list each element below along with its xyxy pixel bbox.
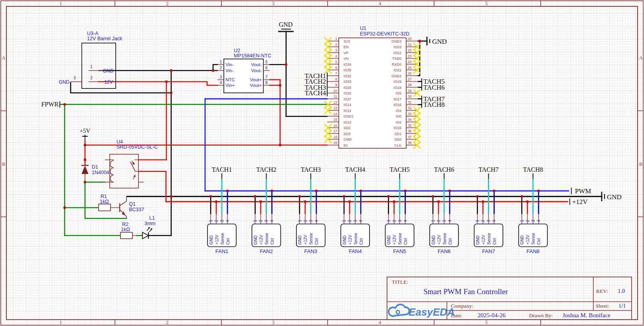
- junction-dot: [215, 200, 217, 203]
- fan-connector[interactable]: 1GND2+12V3Sense4CtrlTACH5FAN5: [385, 166, 414, 254]
- fan-pin-name: Ctrl: [403, 238, 408, 245]
- net-flag-fpwr[interactable]: FPWR: [41, 101, 60, 108]
- u1-pin-name: 5V: [344, 143, 348, 147]
- component-r2[interactable]: R2 1kΩ: [121, 222, 136, 239]
- fan-pin-name: Ctrl: [270, 238, 275, 245]
- fan-pin-number: 4: [403, 220, 408, 222]
- wire-relay-no[interactable]: [138, 171, 166, 202]
- fan-pin-number: 1: [209, 220, 213, 222]
- u2-pin-number: 3: [219, 75, 222, 79]
- fan-tach-label[interactable]: TACH3: [301, 166, 321, 173]
- fan-pin-name: Sense: [397, 233, 402, 245]
- wire-12v-to-u2[interactable]: [99, 82, 217, 85]
- fan-connector[interactable]: 1GND2+12V3Sense4CtrlTACH7FAN7: [474, 166, 503, 254]
- junction-dot: [271, 190, 273, 192]
- component-u2-buck[interactable]: U2 MP1584EN-NTC 1Vin-2Vin-3NTC4Vin+5Vout…: [217, 48, 271, 93]
- fan-connector[interactable]: 1GND2+12V3Sense4CtrlTACH8FAN8: [519, 166, 547, 254]
- fan-pin-name: GND: [342, 235, 347, 245]
- u1-pin-number: 25: [408, 66, 412, 70]
- fan-pin-number: 4: [359, 220, 363, 222]
- u4-body[interactable]: [110, 154, 138, 188]
- easyeda-logo-text: EasyEDA: [409, 306, 455, 318]
- component-d1-diode[interactable]: D1 1N4004: [81, 164, 109, 182]
- fan-tach-label[interactable]: TACH5: [389, 166, 409, 173]
- tach-net-label[interactable]: TACH6: [423, 84, 444, 91]
- u1-pin-name: IO15: [393, 126, 401, 130]
- fan-tach-label[interactable]: TACH8: [523, 166, 543, 173]
- net-flag-pwm[interactable]: PWM: [571, 187, 591, 195]
- fan-connector[interactable]: 1GND2+12V3Sense4CtrlTACH6FAN6: [430, 166, 458, 254]
- tach-net-label[interactable]: TACH8: [423, 101, 444, 108]
- ground-flag-top[interactable]: GND: [278, 21, 294, 31]
- frame-row-label: B: [2, 161, 5, 167]
- frame-row-label: A: [639, 55, 643, 61]
- u1-pin-number: 36: [408, 129, 412, 133]
- junction-dot: [526, 200, 529, 203]
- junction-dot: [437, 200, 440, 203]
- junction-dot: [209, 195, 212, 198]
- component-r1[interactable]: R1 1kΩ: [99, 194, 120, 211]
- u1-pin-number: 1: [335, 37, 337, 41]
- u1-pin-number: 10: [334, 89, 338, 93]
- fan-connector[interactable]: 1GND2+12V3Sense4CtrlTACH2FAN2: [252, 166, 281, 254]
- u1-pin-number: 35: [408, 124, 412, 128]
- fan-tach-label[interactable]: TACH1: [212, 166, 232, 173]
- u1-pin-name: IO26: [344, 91, 352, 95]
- fan-connector[interactable]: 1GND2+12V3Sense4CtrlTACH1FAN1: [207, 166, 236, 254]
- date-value: 2025-04-26: [478, 312, 506, 318]
- frame-column-label: 1: [59, 1, 62, 6]
- u3-value: 12V Barrel Jack: [87, 36, 122, 41]
- u2-pin-number: 2: [219, 66, 222, 70]
- fan-connector[interactable]: 1GND2+12V3Sense4CtrlTACH3FAN3: [296, 166, 325, 254]
- ground-flag-right[interactable]: GND: [602, 192, 622, 201]
- u1-pin-name: IO33: [344, 80, 352, 84]
- gnd-right-label: GND: [607, 193, 622, 201]
- u2-pin-name: Vout+: [250, 83, 262, 88]
- schematic-title: Smart PWM Fan Controller: [423, 287, 508, 296]
- u1-pin-name: IO18: [393, 86, 401, 90]
- junction-dot: [254, 195, 256, 198]
- u2-pin-name: Vin+: [225, 83, 235, 88]
- fan-connector[interactable]: 1GND2+12V3Sense4CtrlTACH4FAN4: [341, 166, 369, 254]
- frame-column-label: 3: [272, 320, 275, 325]
- fan-tach-label[interactable]: TACH2: [256, 166, 276, 173]
- pwm-label: PWM: [575, 187, 591, 195]
- power-flag-5v[interactable]: +5V: [80, 128, 91, 141]
- u1-pin-number: 31: [408, 100, 412, 104]
- u1-pin-number: 26: [408, 71, 412, 75]
- junction-dot: [393, 200, 395, 203]
- fan-label: FAN5: [393, 248, 406, 254]
- r1-body[interactable]: [99, 204, 111, 211]
- title-block: TITLE: Smart PWM Fan Controller REV: 1.0…: [387, 277, 632, 320]
- net-flag-12v[interactable]: +12V: [570, 198, 588, 206]
- fan-tach-label[interactable]: TACH4: [345, 166, 365, 173]
- ground-flag-u1[interactable]: GND: [427, 37, 447, 45]
- fan-pin-name: Ctrl: [359, 238, 363, 245]
- u3-pin2-net-label: 12V: [104, 79, 113, 85]
- junction-dot: [476, 195, 478, 198]
- fan-pin-number: 3: [264, 220, 269, 222]
- component-u4-relay[interactable]: U4 SRD-05VDC-SL-C: [105, 139, 158, 188]
- u1-pin-name: CMD: [344, 137, 352, 141]
- u1-pin-name: VN: [344, 57, 349, 61]
- u2-pin-name: Vin-: [225, 62, 233, 67]
- fan-pin-number: 2: [437, 220, 441, 222]
- u1-pin-number: 11: [334, 94, 337, 98]
- frame-column-label: 2: [166, 1, 168, 6]
- r2-body[interactable]: [121, 232, 132, 239]
- u1-pin-name: TXD0: [392, 57, 401, 61]
- component-u3-barrel-jack[interactable]: U3-A 12V Barrel Jack 1 2 3 GND 12V GND: [59, 31, 122, 88]
- component-q1-transistor[interactable]: Q1 BC337: [120, 196, 144, 218]
- fan-tach-label[interactable]: TACH7: [478, 166, 498, 173]
- u1-pin-name: IO35: [344, 68, 352, 72]
- u1-pin-number: 33: [408, 112, 412, 116]
- u4-value: SRD-05VDC-SL-C: [117, 144, 158, 150]
- schematic-canvas[interactable]: 1122334455AABB: [0, 0, 644, 326]
- u1-pin-name: SD1: [394, 132, 401, 136]
- component-u1-esp32[interactable]: U1 ESP32-DEVKITC-32D 13V32EN3VP4VN5IO346…: [324, 26, 421, 149]
- frame-row-label: A: [2, 55, 6, 61]
- junction-dot: [343, 195, 345, 198]
- fan-tach-label[interactable]: TACH6: [434, 166, 454, 173]
- tach-net-label[interactable]: TACH4: [305, 89, 326, 97]
- fan-pin-number: 2: [481, 220, 485, 222]
